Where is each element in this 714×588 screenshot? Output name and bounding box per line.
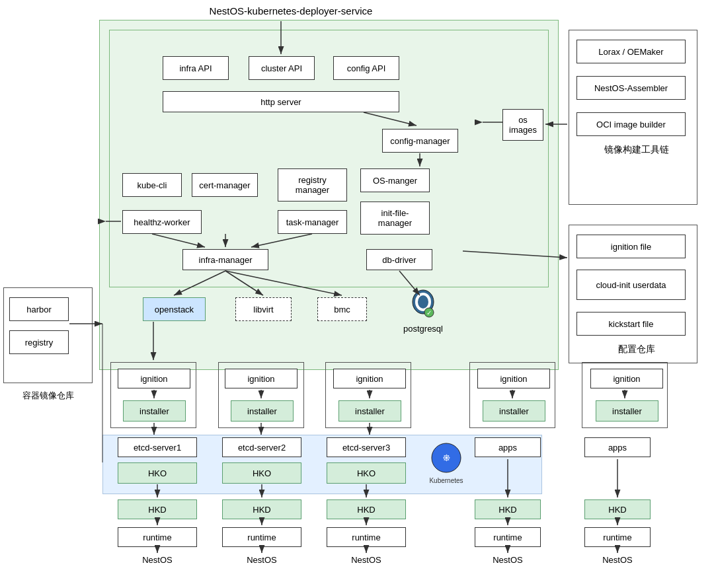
ignition-file-box: ignition file <box>576 235 686 258</box>
diagram: NestOS-kubernetes-deployer-service infra… <box>0 0 714 588</box>
svg-text:✓: ✓ <box>426 309 432 316</box>
registry-box: registry <box>9 330 69 354</box>
svg-text:⎈: ⎈ <box>443 451 450 464</box>
nestos4-label: NestOS <box>475 555 541 565</box>
harbor-box: harbor <box>9 297 69 321</box>
os-images-box: os images <box>502 109 543 141</box>
oci-builder-box: OCI image builder <box>576 112 686 136</box>
infra-manager-box: infra-manager <box>182 249 268 270</box>
kubernetes-container: ⎈ Kubernetes <box>423 441 469 488</box>
kubernetes-label: Kubernetes <box>423 477 469 484</box>
node3-border <box>325 362 411 428</box>
postgresql-container: ✓ postgresql <box>393 287 453 334</box>
svg-point-2 <box>418 295 428 309</box>
node1-border <box>110 362 196 428</box>
libvirt-box: libvirt <box>235 297 292 321</box>
infra-api-box: infra API <box>163 56 229 80</box>
healthz-worker-box: healthz-worker <box>122 210 202 234</box>
nestos-assembler-box: NestOS-Assembler <box>576 76 686 100</box>
hko3-box: HKO <box>327 462 406 484</box>
http-server-box: http server <box>163 91 399 112</box>
nestos1-label: NestOS <box>118 555 197 565</box>
kickstart-box: kickstart file <box>576 312 686 336</box>
db-driver-box: db-driver <box>366 249 432 270</box>
image-tools-label: 镜像构建工具链 <box>582 144 691 156</box>
apps1-box: apps <box>475 437 541 457</box>
etcd3-box: etcd-server3 <box>327 437 406 457</box>
hkd4-box: HKD <box>475 499 541 519</box>
apps2-box: apps <box>584 437 651 457</box>
nestos2-label: NestOS <box>222 555 301 565</box>
node5-border <box>582 362 668 428</box>
config-api-box: config API <box>333 56 399 80</box>
kube-cli-box: kube-cli <box>122 173 182 197</box>
etcd2-box: etcd-server2 <box>222 437 301 457</box>
task-manager-box: task-manager <box>278 210 347 234</box>
cloud-init-box: cloud-init userdata <box>576 270 686 300</box>
postgresql-icon: ✓ <box>407 287 440 320</box>
hko2-box: HKO <box>222 462 301 484</box>
init-file-manager-box: init-file- manager <box>360 202 430 235</box>
hkd2-box: HKD <box>222 499 301 519</box>
cluster-api-box: cluster API <box>249 56 315 80</box>
hkd5-box: HKD <box>584 499 651 519</box>
config-repo-label: 配置仓库 <box>582 344 691 355</box>
os-manager-box: OS-manger <box>360 168 430 192</box>
runtime3-box: runtime <box>327 527 406 547</box>
main-title: NestOS-kubernetes-deployer-service <box>106 5 476 17</box>
runtime2-box: runtime <box>222 527 301 547</box>
nestos3-label: NestOS <box>327 555 406 565</box>
hkd3-box: HKD <box>327 499 406 519</box>
runtime5-box: runtime <box>584 527 651 547</box>
node4-border <box>469 362 555 428</box>
cert-manager-box: cert-manager <box>192 173 258 197</box>
container-repo-label: 容器镜像仓库 <box>3 390 93 402</box>
postgresql-label: postgresql <box>393 324 453 334</box>
bmc-box: bmc <box>317 297 367 321</box>
lorax-box: Lorax / OEMaker <box>576 40 686 63</box>
runtime4-box: runtime <box>475 527 541 547</box>
runtime1-box: runtime <box>118 527 197 547</box>
hko1-box: HKO <box>118 462 197 484</box>
kubernetes-icon: ⎈ <box>430 441 463 474</box>
node2-border <box>218 362 304 428</box>
config-manager-box: config-manager <box>382 129 458 153</box>
nestos5-label: NestOS <box>584 555 651 565</box>
etcd1-box: etcd-server1 <box>118 437 197 457</box>
hkd1-box: HKD <box>118 499 197 519</box>
registry-manager-box: registry manager <box>278 168 347 202</box>
openstack-box: openstack <box>143 297 206 321</box>
